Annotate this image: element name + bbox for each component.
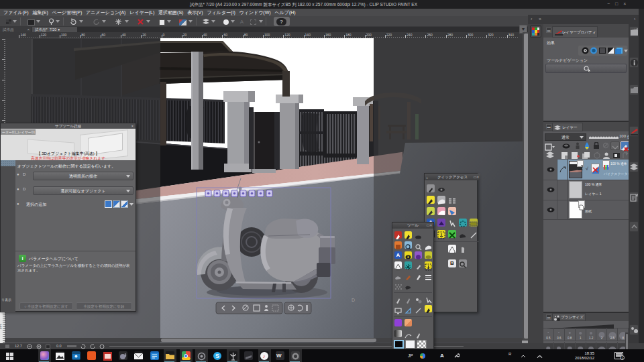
svg-text:D: D	[352, 298, 355, 302]
